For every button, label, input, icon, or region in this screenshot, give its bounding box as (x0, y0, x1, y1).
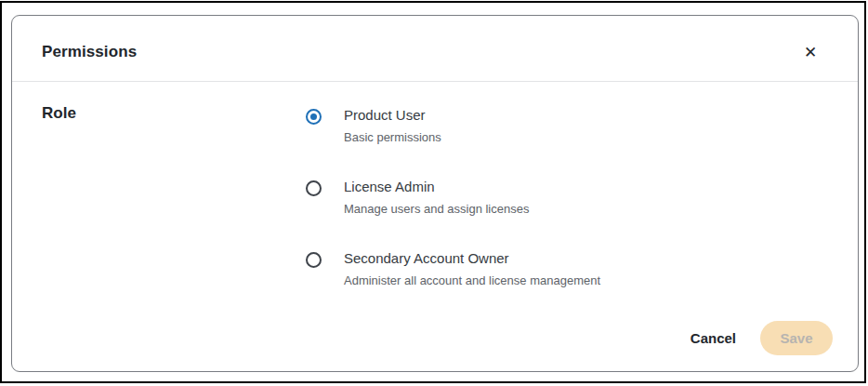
option-text: Secondary Account Owner Administer all a… (344, 249, 600, 289)
option-label: Product User (344, 106, 441, 125)
permissions-dialog: Permissions ✕ Role Product User Basic pe… (11, 15, 859, 372)
radio-button[interactable] (306, 180, 322, 196)
dialog-body: Role Product User Basic permissions (12, 82, 858, 371)
radio-dot (310, 185, 317, 192)
radio-button[interactable] (306, 252, 322, 268)
role-option-license-admin[interactable]: License Admin Manage users and assign li… (306, 178, 600, 218)
option-text: License Admin Manage users and assign li… (344, 178, 529, 218)
role-radio-group: Product User Basic permissions License A… (306, 106, 600, 321)
option-label: License Admin (344, 178, 529, 196)
role-option-secondary-account-owner[interactable]: Secondary Account Owner Administer all a… (306, 249, 600, 289)
radio-button[interactable] (306, 109, 322, 125)
option-text: Product User Basic permissions (344, 106, 441, 146)
option-description: Manage users and assign licenses (344, 201, 529, 218)
close-icon[interactable]: ✕ (798, 40, 822, 64)
radio-dot (310, 113, 317, 120)
dialog-header: Permissions ✕ (12, 16, 858, 81)
cancel-button[interactable]: Cancel (690, 330, 736, 346)
radio-dot (310, 257, 317, 263)
option-description: Administer all account and license manag… (344, 273, 600, 289)
role-section-label: Role (42, 104, 76, 123)
window-frame: Permissions ✕ Role Product User Basic pe… (0, 1, 866, 383)
dialog-title: Permissions (42, 43, 137, 61)
save-button[interactable]: Save (760, 321, 833, 355)
dialog-footer: Cancel Save (690, 321, 833, 355)
option-description: Basic permissions (344, 129, 441, 146)
option-label: Secondary Account Owner (344, 249, 600, 268)
role-option-product-user[interactable]: Product User Basic permissions (306, 106, 600, 146)
screen: Permissions ✕ Role Product User Basic pe… (0, 0, 868, 386)
